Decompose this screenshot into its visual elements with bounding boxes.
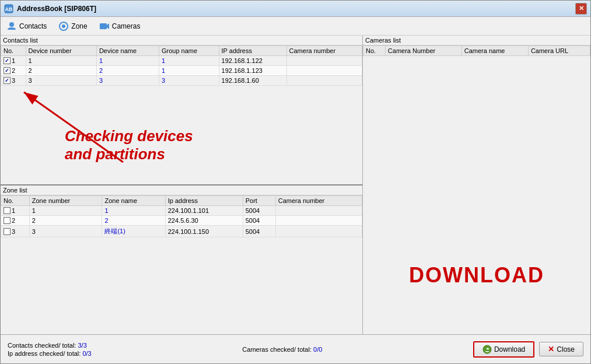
contacts-checkbox[interactable]: ✓ xyxy=(4,57,11,64)
cameras-checked-label: Cameras checked/ total: xyxy=(242,346,312,353)
zone-cell-zone-name: 1 xyxy=(102,206,165,216)
toolbar-cameras[interactable]: Cameras xyxy=(99,21,141,32)
status-bar: Contacts checked/ total: 3/3 Ip address … xyxy=(1,334,590,363)
download-button[interactable]: Download xyxy=(473,341,534,358)
contacts-checked-value: 3/3 xyxy=(78,342,86,349)
zone-row[interactable]: 1 1 1 224.100.1.101 5004 xyxy=(1,206,362,216)
contacts-col-group-name: Group name xyxy=(159,46,219,56)
contacts-cell-group-name: 3 xyxy=(159,76,219,86)
zone-cell-ip: 224.100.1.150 xyxy=(165,226,243,237)
download-button-label: Download xyxy=(494,345,525,354)
contacts-cell-device-number: 3 xyxy=(26,76,96,86)
zone-cell-port: 5004 xyxy=(243,206,275,216)
contacts-row[interactable]: ✓ 3 3 3 3 192.168.1.60 xyxy=(1,76,362,86)
zone-no: 2 xyxy=(12,217,15,224)
contacts-cell-ip: 192.168.1.122 xyxy=(219,56,286,66)
contacts-no: 2 xyxy=(12,67,15,74)
contacts-cell-group-name: 1 xyxy=(159,56,219,66)
zone-col-ip: Ip address xyxy=(165,196,243,206)
zone-table: No. Zone number Zone name Ip address Por… xyxy=(1,195,362,237)
zone-checkbox[interactable] xyxy=(4,217,11,224)
zone-cell-no: 2 xyxy=(1,216,30,226)
contacts-cell-ip: 192.168.1.123 xyxy=(219,66,286,76)
toolbar-zone-label: Zone xyxy=(71,22,87,30)
annotation-text: Checking devices and partitions xyxy=(65,127,193,163)
status-left: Contacts checked/ total: 3/3 Ip address … xyxy=(8,342,92,357)
zone-cell-zone-number: 3 xyxy=(29,226,102,237)
contacts-cell-group-name: 1 xyxy=(159,66,219,76)
toolbar-contacts-label: Contacts xyxy=(19,22,47,30)
zone-checkbox[interactable] xyxy=(4,207,11,214)
zone-cell-ip: 224.100.1.101 xyxy=(165,206,243,216)
close-x-icon: ✕ xyxy=(548,345,554,354)
zone-cell-zone-number: 1 xyxy=(29,206,102,216)
contacts-cell-device-number: 2 xyxy=(26,66,96,76)
zone-section: Zone list No. Zone number Zone name Ip a… xyxy=(1,186,362,334)
contacts-no: 1 xyxy=(12,57,15,64)
svg-point-4 xyxy=(62,24,65,28)
close-button[interactable]: ✕ Close xyxy=(539,342,583,356)
cameras-col-no: No. xyxy=(363,46,386,56)
zone-col-camera-number: Camera number xyxy=(275,196,362,206)
contacts-col-device-name: Device name xyxy=(96,46,159,56)
svg-point-2 xyxy=(9,22,14,27)
zone-cell-zone-name: 2 xyxy=(102,216,165,226)
zone-col-zone-name: Zone name xyxy=(102,196,165,206)
contacts-col-camera-number: Camera number xyxy=(286,46,362,56)
contacts-cell-device-name: 1 xyxy=(96,56,159,66)
contacts-icon xyxy=(6,21,17,32)
main-window: AB AddressBook [SIP806T] ✕ Contacts Zone xyxy=(0,0,591,364)
contacts-checked-label: Contacts checked/ total: xyxy=(8,342,76,349)
main-area: Contacts list No. Device number Device n… xyxy=(1,36,590,334)
toolbar-zone[interactable]: Zone xyxy=(58,21,87,32)
title-bar-left: AB AddressBook [SIP806T] xyxy=(4,4,96,13)
zone-icon xyxy=(58,21,69,32)
contacts-cell-no: ✓ 1 xyxy=(1,56,26,66)
right-panel: Cameras list No. Camera Number Camera na… xyxy=(363,36,590,334)
status-center: Cameras checked/ total: 0/0 xyxy=(242,346,322,353)
toolbar-contacts[interactable]: Contacts xyxy=(6,21,47,32)
contacts-table: No. Device number Device name Group name… xyxy=(1,46,362,86)
zone-table-container[interactable]: No. Zone number Zone name Ip address Por… xyxy=(1,195,362,334)
zone-cell-port: 5004 xyxy=(243,226,275,237)
contacts-table-container[interactable]: No. Device number Device name Group name… xyxy=(1,46,362,184)
window-close-button[interactable]: ✕ xyxy=(575,3,587,15)
cameras-col-camera-url: Camera URL xyxy=(528,46,590,56)
zone-cell-camera-number xyxy=(275,216,362,226)
contacts-row[interactable]: ✓ 1 1 1 1 192.168.1.122 xyxy=(1,56,362,66)
contacts-checkbox[interactable]: ✓ xyxy=(4,77,11,84)
download-big-label: DOWNLOAD xyxy=(409,263,544,288)
ip-checked-value: 0/3 xyxy=(82,350,91,357)
contacts-cell-device-name: 2 xyxy=(96,66,159,76)
svg-rect-11 xyxy=(485,351,489,352)
cameras-table: No. Camera Number Camera name Camera URL xyxy=(363,46,590,56)
contacts-checkbox[interactable]: ✓ xyxy=(4,67,11,74)
cameras-col-camera-name: Camera name xyxy=(461,46,528,56)
zone-row[interactable]: 3 3 終端(1) 224.100.1.150 5004 xyxy=(1,226,362,237)
toolbar-cameras-label: Cameras xyxy=(112,22,141,30)
ip-status: Ip address checked/ total: 0/3 xyxy=(8,350,92,357)
zone-cell-zone-name: 終端(1) xyxy=(102,226,165,237)
contacts-cell-camera-number xyxy=(286,66,362,76)
app-icon: AB xyxy=(4,4,13,13)
zone-no: 1 xyxy=(12,207,15,214)
cameras-checked-value: 0/0 xyxy=(313,346,322,353)
zone-cell-ip: 224.5.6.30 xyxy=(165,216,243,226)
contacts-row[interactable]: ✓ 2 2 2 1 192.168.1.123 xyxy=(1,66,362,76)
zone-cell-camera-number xyxy=(275,226,362,237)
contacts-cell-no: ✓ 3 xyxy=(1,76,26,86)
contacts-status: Contacts checked/ total: 3/3 xyxy=(8,342,92,349)
contacts-cell-device-name: 3 xyxy=(96,76,159,86)
zone-cell-zone-number: 2 xyxy=(29,216,102,226)
download-btn-icon xyxy=(482,345,492,354)
cameras-list-label: Cameras list xyxy=(363,36,590,46)
contacts-cell-camera-number xyxy=(286,56,362,66)
zone-checkbox[interactable] xyxy=(4,228,11,235)
zone-cell-camera-number xyxy=(275,206,362,216)
zone-col-port: Port xyxy=(243,196,275,206)
left-panel: Contacts list No. Device number Device n… xyxy=(1,36,363,334)
cameras-table-container[interactable]: No. Camera Number Camera name Camera URL xyxy=(363,46,590,334)
zone-row[interactable]: 2 2 2 224.5.6.30 5004 xyxy=(1,216,362,226)
title-bar: AB AddressBook [SIP806T] ✕ xyxy=(1,1,590,17)
contacts-cell-device-number: 1 xyxy=(26,56,96,66)
